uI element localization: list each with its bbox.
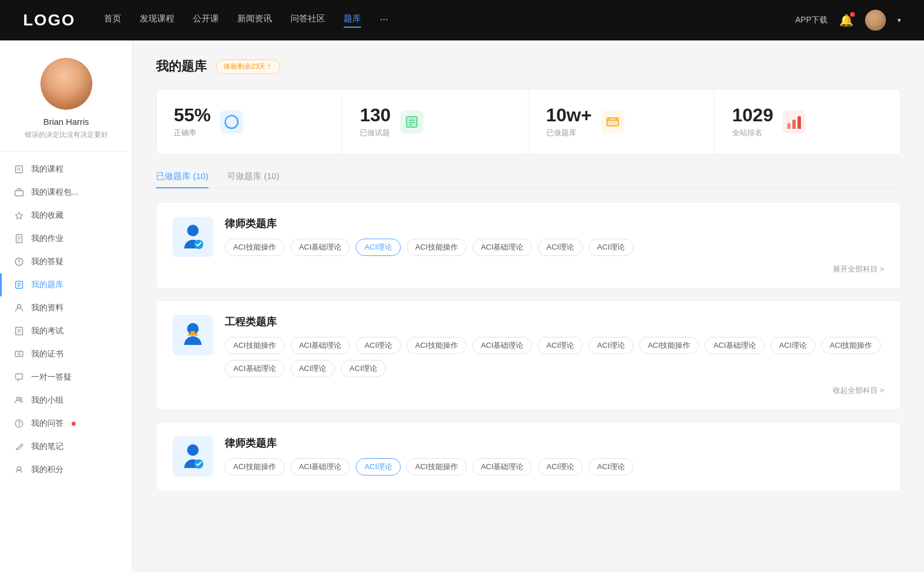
tag-item[interactable]: ACI基础理论 — [472, 458, 532, 476]
sidebar-item-homework[interactable]: 我的作业 — [0, 227, 132, 250]
svg-point-39 — [187, 225, 199, 236]
qbank-icon — [14, 280, 24, 290]
sidebar-avatar — [40, 58, 92, 110]
profile-caret[interactable]: ▾ — [897, 16, 901, 24]
svg-rect-42 — [191, 331, 195, 333]
tag-item[interactable]: ACI技能操作 — [639, 337, 699, 354]
nav-news[interactable]: 新闻资讯 — [237, 13, 272, 28]
tag-item[interactable]: ACI技能操作 — [407, 337, 467, 354]
navbar-right: APP下载 🔔 ▾ — [795, 10, 901, 31]
tag-item[interactable]: ACI基础理论 — [290, 337, 351, 354]
tag-item[interactable]: ACI技能操作 — [225, 337, 285, 354]
tag-item[interactable]: ACI技能操作 — [225, 239, 285, 256]
avatar[interactable] — [865, 10, 886, 31]
bar2 — [792, 120, 796, 129]
sidebar-item-course-package[interactable]: 我的课程包... — [0, 181, 132, 204]
nav-home[interactable]: 首页 — [104, 13, 121, 28]
qbank-header: 律师类题库 ACI技能操作 ACI基础理论 ACI理论 ACI技能操作 ACI基… — [173, 217, 884, 274]
tag-item[interactable]: ACI基础理论 — [290, 239, 351, 256]
svg-point-43 — [187, 444, 199, 456]
qbank-icon-engineer — [173, 315, 213, 355]
tag-item-active[interactable]: ACI理论 — [356, 239, 401, 256]
nav-qbank[interactable]: 题库 — [344, 13, 361, 28]
sidebar-item-group[interactable]: 我的小组 — [0, 389, 132, 412]
sidebar-item-qa[interactable]: 我的答疑 — [0, 250, 132, 273]
tag-item[interactable]: ACI技能操作 — [821, 337, 881, 354]
sidebar-item-exam[interactable]: 我的考试 — [0, 320, 132, 343]
group-icon — [14, 395, 24, 406]
sidebar-item-1on1[interactable]: 一对一答疑 — [0, 366, 132, 389]
qbank-tags: ACI技能操作 ACI基础理论 ACI理论 ACI技能操作 ACI基础理论 AC… — [225, 458, 884, 476]
nav-open-course[interactable]: 公开课 — [193, 13, 219, 28]
tag-item[interactable]: ACI基础理论 — [290, 458, 351, 476]
sidebar-label: 我的考试 — [31, 326, 64, 336]
tag-item[interactable]: ACI理论 — [538, 239, 583, 256]
stat-done-questions: 130 已做试题 — [342, 90, 528, 154]
sidebar-item-notes[interactable]: 我的笔记 — [0, 435, 132, 458]
tag-item[interactable]: ACI基础理论 — [472, 239, 532, 256]
qbank-icon-lawyer — [173, 217, 213, 257]
sidebar-item-points[interactable]: 我的积分 — [0, 458, 132, 481]
stat-number: 130 — [360, 106, 390, 124]
collapse-button[interactable]: 收起全部科目 > — [225, 385, 884, 396]
sidebar-item-qbank[interactable]: 我的题库 — [0, 273, 132, 296]
tag-item[interactable]: ACI技能操作 — [407, 239, 467, 256]
stat-done-banks: 10w+ 已做题库 — [529, 90, 714, 154]
qbank-tags: ACI技能操作 ACI基础理论 ACI理论 ACI技能操作 ACI基础理论 AC… — [225, 239, 884, 256]
certificate-icon — [14, 349, 24, 359]
tag-item[interactable]: ACI理论 — [770, 337, 815, 354]
qbank-info: 工程类题库 ACI技能操作 ACI基础理论 ACI理论 ACI技能操作 ACI基… — [225, 315, 884, 396]
qbank-icon-lawyer2 — [173, 436, 213, 477]
banks-icon — [601, 110, 624, 133]
sidebar-label: 我的答疑 — [31, 257, 64, 267]
qbank-info: 律师类题库 ACI技能操作 ACI基础理论 ACI理论 ACI技能操作 ACI基… — [225, 436, 884, 476]
tag-item[interactable]: ACI技能操作 — [225, 458, 285, 476]
notes-icon — [14, 441, 24, 452]
svg-rect-29 — [407, 117, 417, 127]
sidebar-item-certificate[interactable]: 我的证书 — [0, 343, 132, 366]
tag-item[interactable]: ACI理论 — [588, 337, 634, 354]
sidebar-label: 我的积分 — [31, 465, 64, 475]
sidebar-label: 我的课程包... — [31, 187, 79, 198]
app-download[interactable]: APP下载 — [795, 15, 828, 25]
tab-todo[interactable]: 可做题库 (10) — [227, 171, 280, 188]
tag-item[interactable]: ACI理论 — [290, 360, 336, 377]
qbank-info: 律师类题库 ACI技能操作 ACI基础理论 ACI理论 ACI技能操作 ACI基… — [225, 217, 884, 274]
sidebar-item-my-courses[interactable]: 我的课程 — [0, 158, 132, 181]
tag-item[interactable]: ACI理论 — [538, 337, 583, 354]
qbank-header: 工程类题库 ACI技能操作 ACI基础理论 ACI理论 ACI技能操作 ACI基… — [173, 315, 884, 396]
sidebar-label: 我的课程 — [31, 164, 64, 174]
accuracy-icon — [220, 110, 243, 133]
tag-item-active[interactable]: ACI理论 — [356, 458, 401, 476]
sidebar-item-favorites[interactable]: 我的收藏 — [0, 204, 132, 227]
tag-item[interactable]: ACI理论 — [356, 337, 401, 354]
svg-point-25 — [18, 425, 19, 426]
tag-item[interactable]: ACI理论 — [588, 458, 634, 476]
qbank-card-lawyer-1: 律师类题库 ACI技能操作 ACI基础理论 ACI理论 ACI技能操作 ACI基… — [156, 202, 901, 289]
tab-done[interactable]: 已做题库 (10) — [156, 171, 208, 188]
tag-item[interactable]: ACI基础理论 — [705, 337, 765, 354]
stat-label: 全站排名 — [732, 128, 773, 138]
nav-more[interactable]: ··· — [379, 13, 388, 28]
bar1 — [787, 123, 791, 129]
bar3 — [798, 116, 801, 129]
tag-item[interactable]: ACI理论 — [341, 360, 386, 377]
stat-number: 55% — [174, 106, 211, 124]
svg-point-15 — [17, 304, 21, 308]
svg-point-22 — [17, 398, 20, 400]
tag-item[interactable]: ACI基础理论 — [472, 337, 532, 354]
sidebar-item-myqa[interactable]: 我的问答 — [0, 412, 132, 435]
sidebar-label: 我的收藏 — [31, 210, 64, 221]
homework-icon — [14, 233, 24, 244]
sidebar-label: 我的证书 — [31, 349, 64, 359]
tag-item[interactable]: ACI理论 — [588, 239, 634, 256]
stat-ranking: 1029 全站排名 — [715, 90, 900, 154]
tag-item[interactable]: ACI基础理论 — [225, 360, 285, 377]
tag-item[interactable]: ACI技能操作 — [407, 458, 467, 476]
sidebar-item-profile[interactable]: 我的资料 — [0, 296, 132, 320]
notification-bell[interactable]: 🔔 — [839, 13, 854, 27]
nav-qa[interactable]: 问答社区 — [290, 13, 325, 28]
tag-item[interactable]: ACI理论 — [538, 458, 583, 476]
nav-courses[interactable]: 发现课程 — [140, 13, 174, 28]
expand-button[interactable]: 展开全部科目 > — [225, 264, 884, 274]
